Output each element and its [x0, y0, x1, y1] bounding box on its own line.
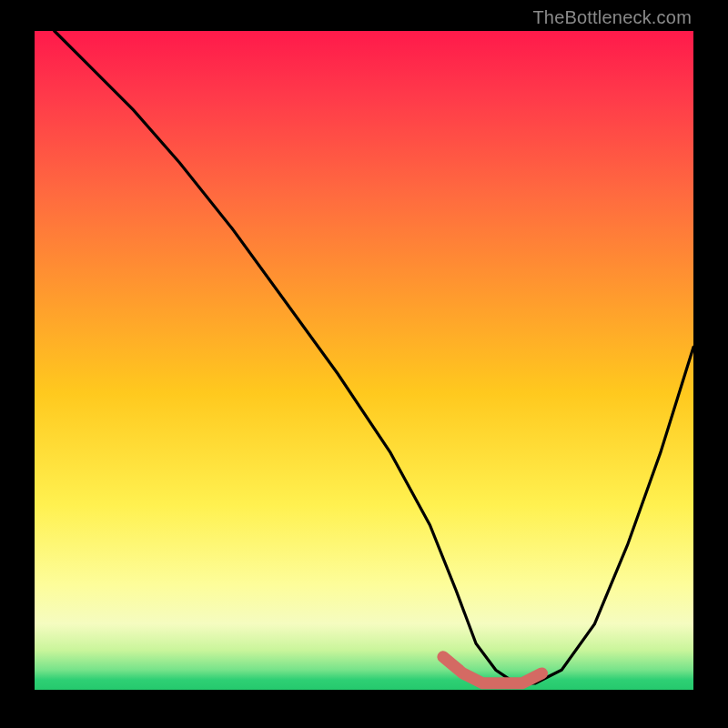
accent-segment: [443, 657, 542, 683]
attribution-label: TheBottleneck.com: [532, 7, 692, 28]
plot-area: [35, 31, 693, 690]
curve-layer: [35, 31, 693, 690]
main-curve: [55, 31, 693, 683]
chart-frame: TheBottleneck.com: [0, 0, 728, 728]
